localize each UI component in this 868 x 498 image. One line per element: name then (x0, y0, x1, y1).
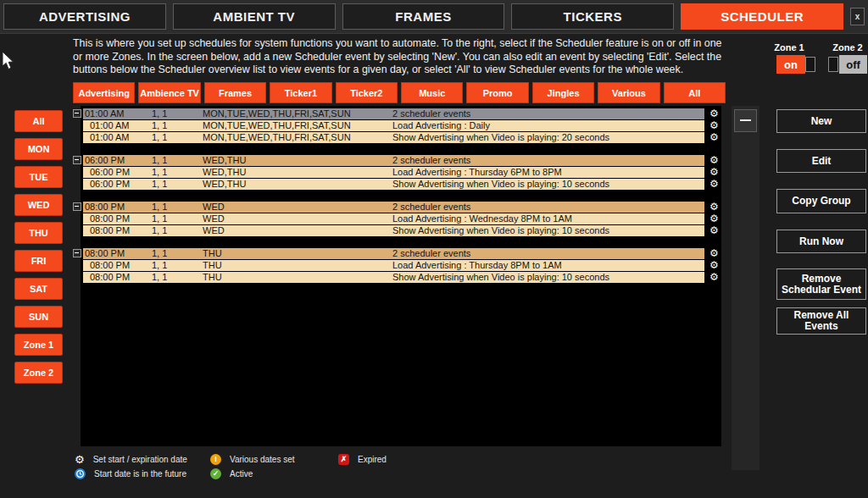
filter-music[interactable]: Music (401, 82, 463, 103)
scheduler-screen: ADVERTISING AMBIENT TV FRAMES TICKERS SC… (0, 0, 868, 498)
legend-label: Expired (358, 455, 387, 464)
event-days: WED (203, 225, 225, 236)
collapse-all-button[interactable] (734, 109, 757, 132)
event-row[interactable]: 08:00 PM 1, 1 WED Load Advertising : Wed… (83, 213, 704, 224)
event-days: WED,THU (203, 179, 246, 190)
day-thu-button[interactable]: THU (14, 222, 63, 244)
zone2-checkbox[interactable] (828, 57, 838, 72)
filter-promo[interactable]: Promo (466, 82, 528, 103)
group-collapse-toggle[interactable] (73, 202, 81, 211)
scrollbar-track[interactable] (732, 106, 760, 470)
close-button[interactable]: x (850, 8, 865, 25)
set-date-gear-icon[interactable]: ⚙ (709, 167, 719, 178)
event-zone: 1, 1 (152, 248, 167, 259)
day-sun-button[interactable]: SUN (14, 306, 63, 328)
set-date-gear-icon[interactable]: ⚙ (709, 179, 719, 190)
set-date-gear-icon[interactable]: ⚙ (709, 248, 719, 259)
scheduler-group: 08:00 PM 1, 1 WED 2 scheduler events ⚙ 0… (83, 202, 719, 236)
event-zone: 1, 1 (152, 202, 167, 213)
filter-ticker1[interactable]: Ticker1 (270, 82, 331, 103)
set-date-gear-icon[interactable]: ⚙ (709, 225, 719, 236)
expired-icon: ✗ (338, 454, 349, 465)
event-days: THU (203, 260, 222, 271)
day-tue-button[interactable]: TUE (14, 166, 63, 188)
set-date-gear-icon[interactable]: ⚙ (709, 155, 719, 166)
event-description: 2 scheduler events (392, 202, 470, 213)
filter-various[interactable]: Various (598, 82, 659, 103)
event-days: MON,TUE,WED,THU,FRI,SAT,SUN (203, 132, 351, 143)
event-description: Show Advertising when Video is playing: … (392, 272, 609, 283)
zone1-label: Zone 1 (770, 42, 809, 53)
event-row[interactable]: 01:00 AM 1, 1 MON,TUE,WED,THU,FRI,SAT,SU… (83, 132, 704, 143)
set-date-gear-icon[interactable]: ⚙ (709, 120, 719, 131)
event-days: THU (203, 272, 222, 283)
scheduler-group: 06:00 PM 1, 1 WED,THU 2 scheduler events… (83, 155, 719, 190)
day-mon-button[interactable]: MON (14, 138, 63, 160)
set-date-gear-icon[interactable]: ⚙ (709, 108, 719, 119)
filter-all[interactable]: All (664, 82, 726, 103)
group-header-row[interactable]: 01:00 AM 1, 1 MON,TUE,WED,THU,FRI,SAT,SU… (83, 108, 704, 119)
copy-group-button[interactable]: Copy Group (776, 189, 866, 213)
day-wed-button[interactable]: WED (14, 194, 63, 216)
day-fri-button[interactable]: FRI (14, 250, 63, 272)
group-header-row[interactable]: 06:00 PM 1, 1 WED,THU 2 scheduler events… (83, 155, 704, 166)
filter-advertising[interactable]: Advertising (73, 82, 135, 103)
event-row[interactable]: 06:00 PM 1, 1 WED,THU Show Advertising w… (83, 179, 704, 190)
group-collapse-toggle[interactable] (73, 109, 81, 118)
remove-schedular-event-button[interactable]: Remove Schedular Event (776, 268, 866, 300)
filter-jingles[interactable]: Jingles (532, 82, 594, 103)
event-row[interactable]: 08:00 PM 1, 1 WED Show Advertising when … (83, 225, 704, 236)
tab-tickers[interactable]: TICKERS (511, 3, 674, 30)
tab-frames[interactable]: FRAMES (342, 3, 505, 30)
zone1-on-toggle[interactable]: on (776, 55, 805, 74)
group-collapse-toggle[interactable] (73, 249, 81, 257)
event-description: 2 scheduler events (392, 248, 470, 259)
group-collapse-toggle[interactable] (73, 156, 81, 164)
zone2-label: Zone 2 (828, 42, 867, 53)
day-all-button[interactable]: All (14, 110, 63, 132)
event-row[interactable]: 06:00 PM 1, 1 WED,THU Load Advertising :… (83, 167, 704, 178)
event-zone: 1, 1 (152, 179, 167, 190)
edit-button[interactable]: Edit (776, 149, 866, 173)
event-zone: 1, 1 (152, 167, 167, 178)
filter-ticker2[interactable]: Ticker2 (336, 82, 398, 103)
tab-ambient-tv[interactable]: AMBIENT TV (173, 3, 336, 30)
event-days: MON,TUE,WED,THU,FRI,SAT,SUN (203, 120, 351, 131)
gear-icon: ⚙ (75, 454, 85, 465)
legend-label: Set start / expiration date (93, 455, 187, 464)
legend-label: Active (230, 469, 253, 479)
filter-frames[interactable]: Frames (204, 82, 266, 103)
description-text: This is where you set up schedules for s… (73, 37, 722, 77)
tab-advertising[interactable]: ADVERTISING (3, 3, 166, 30)
zone-1-button[interactable]: Zone 1 (14, 334, 63, 356)
zone2-off-toggle[interactable]: off (839, 55, 867, 74)
remove-all-events-button[interactable]: Remove All Events (776, 307, 866, 335)
event-row[interactable]: 08:00 PM 1, 1 THU Show Advertising when … (83, 272, 704, 283)
event-row[interactable]: 08:00 PM 1, 1 THU Load Advertising : Thu… (83, 260, 704, 271)
day-sat-button[interactable]: SAT (14, 278, 63, 300)
tab-scheduler[interactable]: SCHEDULER (681, 3, 843, 30)
event-description: Load Advertising : Wednesday 8PM to 1AM (392, 213, 572, 224)
zone1-checkbox[interactable] (805, 57, 815, 72)
zone-2-button[interactable]: Zone 2 (14, 362, 63, 384)
run-now-button[interactable]: Run Now (776, 230, 866, 253)
set-date-gear-icon[interactable]: ⚙ (709, 132, 719, 143)
day-filter-column: All MON TUE WED THU FRI SAT SUN Zone 1 Z… (14, 110, 63, 384)
set-date-gear-icon[interactable]: ⚙ (709, 213, 719, 224)
filter-ambience-tv[interactable]: Ambience TV (138, 82, 200, 103)
top-tab-bar: ADVERTISING AMBIENT TV FRAMES TICKERS SC… (0, 0, 868, 34)
legend-label: Start date is in the future (94, 469, 186, 479)
mouse-cursor (2, 51, 14, 70)
group-header-row[interactable]: 08:00 PM 1, 1 THU 2 scheduler events ⚙ (83, 248, 704, 259)
set-date-gear-icon[interactable]: ⚙ (709, 272, 719, 283)
set-date-gear-icon[interactable]: ⚙ (709, 260, 719, 271)
event-days: WED (203, 213, 225, 224)
event-time: 08:00 PM (90, 213, 130, 224)
event-description: Show Advertising when Video is playing: … (392, 132, 609, 143)
set-date-gear-icon[interactable]: ⚙ (709, 202, 719, 213)
new-button[interactable]: New (776, 109, 866, 133)
group-header-row[interactable]: 08:00 PM 1, 1 WED 2 scheduler events ⚙ (83, 202, 704, 213)
event-row[interactable]: 01:00 AM 1, 1 MON,TUE,WED,THU,FRI,SAT,SU… (83, 120, 704, 131)
event-zone: 1, 1 (152, 213, 167, 224)
event-time: 06:00 PM (85, 155, 125, 166)
